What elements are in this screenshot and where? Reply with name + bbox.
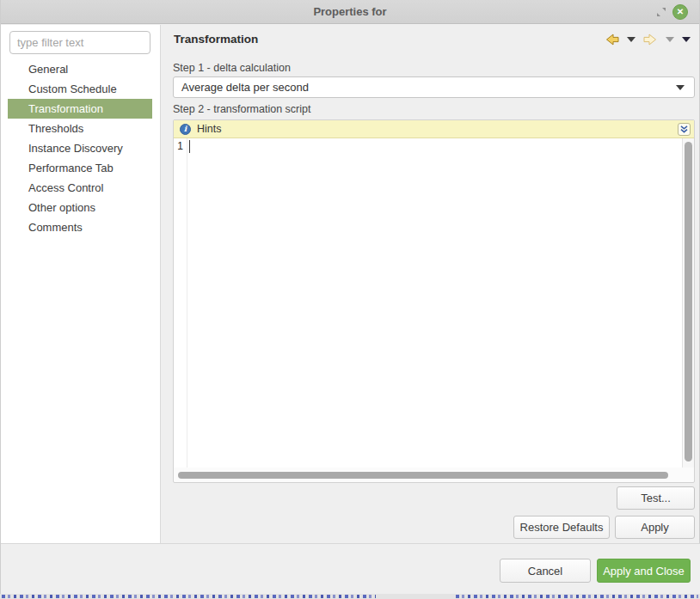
obscured-text-strip — [456, 595, 698, 598]
sidebar-item-performance-tab[interactable]: Performance Tab — [8, 158, 152, 178]
sidebar-item-custom-schedule[interactable]: Custom Schedule — [8, 79, 152, 99]
code-editor: 1 — [174, 138, 694, 468]
sidebar-item-other-options[interactable]: Other options — [8, 198, 152, 217]
properties-dialog: Properties for ✕ General Custom Schedule… — [0, 0, 700, 594]
delta-calculation-select[interactable]: Average delta per second — [173, 76, 695, 98]
back-history-chevron-icon[interactable] — [627, 37, 636, 42]
apply-and-close-button[interactable]: Apply and Close — [597, 559, 691, 583]
collapse-hints-icon[interactable] — [678, 123, 691, 136]
apply-button[interactable]: Apply — [615, 516, 695, 539]
close-icon[interactable]: ✕ — [672, 4, 688, 20]
sidebar-item-general[interactable]: General — [8, 59, 152, 79]
background-window-edge — [0, 594, 700, 599]
test-button[interactable]: Test... — [617, 486, 695, 510]
obscured-text-strip — [2, 595, 376, 598]
sidebar-item-comments[interactable]: Comments — [8, 217, 152, 237]
page-navigation — [605, 34, 691, 46]
horizontal-scrollbar[interactable] — [174, 468, 694, 482]
back-arrow-icon[interactable] — [605, 34, 619, 46]
sidebar-item-access-control[interactable]: Access Control — [8, 178, 152, 198]
window-title: Properties for — [1, 0, 699, 23]
delta-calculation-value: Average delta per second — [181, 81, 309, 94]
page-title: Transformation — [174, 33, 258, 46]
line-number-gutter: 1 — [174, 138, 187, 468]
step1-label: Step 1 - delta calculation — [173, 62, 291, 74]
footer-bar: Cancel Apply and Close — [1, 544, 700, 594]
filter-input[interactable] — [9, 31, 150, 54]
main-panel: Transformation Step 1 - delta calculatio… — [162, 25, 700, 543]
cancel-button[interactable]: Cancel — [500, 559, 591, 583]
sidebar-item-transformation[interactable]: Transformation — [8, 99, 152, 119]
forward-history-chevron-icon[interactable] — [666, 37, 674, 42]
line-number: 1 — [177, 140, 183, 152]
text-caret — [189, 140, 190, 153]
sidebar-item-thresholds[interactable]: Thresholds — [8, 119, 152, 138]
combo-chevron-down-icon — [676, 85, 685, 90]
info-icon: i — [180, 124, 191, 135]
sidebar-list: General Custom Schedule Transformation T… — [1, 59, 160, 237]
titlebar[interactable]: Properties for ✕ — [1, 0, 699, 24]
vertical-scrollbar[interactable] — [683, 138, 694, 468]
horizontal-scrollbar-thumb[interactable] — [178, 472, 668, 479]
forward-arrow-icon[interactable] — [643, 34, 658, 46]
hints-label: Hints — [197, 123, 221, 135]
hints-bar[interactable]: i Hints — [174, 120, 694, 138]
sidebar-item-instance-discovery[interactable]: Instance Discovery — [8, 138, 152, 158]
transformation-script-editor: i Hints 1 — [173, 119, 695, 483]
vertical-scrollbar-thumb[interactable] — [685, 142, 692, 461]
script-text-area[interactable] — [187, 138, 683, 468]
step2-label: Step 2 - transformation script — [173, 103, 310, 115]
restore-icon[interactable] — [656, 7, 666, 17]
sidebar: General Custom Schedule Transformation T… — [1, 25, 161, 543]
restore-defaults-button[interactable]: Restore Defaults — [513, 516, 610, 539]
view-menu-chevron-icon[interactable] — [682, 37, 691, 42]
